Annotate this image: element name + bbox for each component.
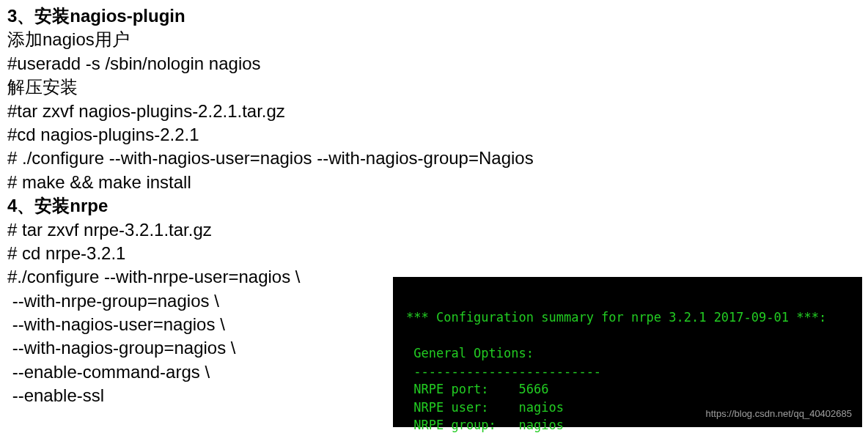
add-user-label: 添加nagios用户 bbox=[7, 28, 861, 51]
nrpe-user-line: NRPE user: nagios bbox=[406, 400, 564, 415]
extract-install-label: 解压安装 bbox=[7, 75, 861, 99]
general-options-label: General Options: bbox=[406, 346, 534, 360]
cd-plugin-command: #cd nagios-plugins-2.2.1 bbox=[7, 123, 861, 147]
make-command: # make && make install bbox=[7, 171, 861, 194]
divider-dashes: ------------------------- bbox=[406, 364, 601, 379]
configure-line-5: --enable-command-args \ bbox=[7, 360, 301, 384]
configure-plugin-command: # ./configure --with-nagios-user=nagios … bbox=[7, 147, 861, 170]
tar-plugin-command: #tar zxvf nagios-plugins-2.2.1.tar.gz bbox=[7, 100, 861, 123]
configure-line-2: --with-nrpe-group=nagios \ bbox=[7, 289, 301, 313]
tar-nrpe-command: # tar zxvf nrpe-3.2.1.tar.gz bbox=[7, 218, 861, 242]
cd-nrpe-command: # cd nrpe-3.2.1 bbox=[7, 242, 861, 265]
config-summary-line: *** Configuration summary for nrpe 3.2.1… bbox=[406, 310, 826, 325]
nrpe-port-line: NRPE port: 5666 bbox=[406, 382, 548, 396]
terminal-output: *** Configuration summary for nrpe 3.2.1… bbox=[393, 277, 862, 427]
configure-block: #./configure --with-nrpe-user=nagios \ -… bbox=[7, 265, 301, 407]
configure-line-4: --with-nagios-group=nagios \ bbox=[7, 336, 301, 360]
section4-heading: 4、安装nrpe bbox=[7, 194, 861, 218]
nrpe-group-line: NRPE group: nagios bbox=[406, 418, 564, 432]
configure-line-1: #./configure --with-nrpe-user=nagios \ bbox=[7, 265, 301, 289]
section3-heading: 3、安装nagios-plugin bbox=[7, 4, 861, 28]
configure-line-6: --enable-ssl bbox=[7, 384, 301, 407]
watermark-text: https://blog.csdn.net/qq_40402685 bbox=[706, 407, 853, 421]
useradd-command: #useradd -s /sbin/nologin nagios bbox=[7, 52, 861, 75]
configure-line-3: --with-nagios-user=nagios \ bbox=[7, 313, 301, 336]
